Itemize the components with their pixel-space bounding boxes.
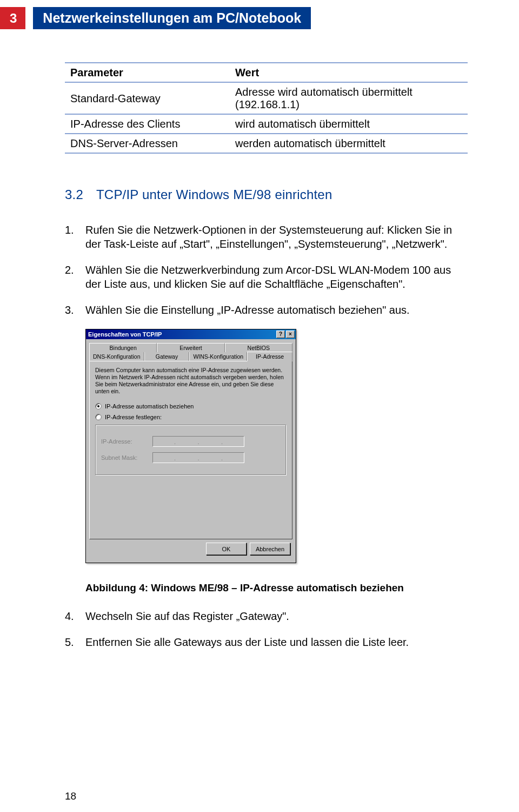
steps-list: 1.Rufen Sie die Netzwerk-Optionen in der… — [65, 223, 468, 317]
list-item: 5.Entfernen Sie alle Gateways aus der Li… — [65, 635, 468, 649]
cancel-button[interactable]: Abbrechen — [250, 543, 290, 555]
list-item: 4.Wechseln Sie auf das Register „Gateway… — [65, 609, 468, 623]
table-row: IP-Adresse des Clients wird automatisch … — [65, 114, 468, 134]
ip-address-row: IP-Adresse: . . . — [101, 436, 281, 447]
close-button[interactable]: × — [286, 331, 295, 338]
radio-icon — [95, 414, 102, 420]
tab-gateway[interactable]: Gateway — [144, 352, 190, 361]
tab-wins[interactable]: WINS-Konfiguration — [189, 352, 247, 361]
cell-value: werden automatisch übermittelt — [230, 134, 468, 153]
tab-strip: Bindungen Erweitert NetBIOS DNS-Konfigur… — [89, 342, 292, 361]
cell-param: IP-Adresse des Clients — [65, 114, 230, 134]
section-title: TCP/IP unter Windows ME/98 einrichten — [96, 187, 332, 202]
chapter-title: Netzwerkeinstellungen am PC/Notebook — [33, 7, 311, 29]
radio-fixed-ip[interactable]: IP-Adresse festlegen: — [95, 414, 287, 420]
step-text: Wechseln Sie auf das Register „Gateway". — [85, 609, 289, 623]
ip-address-label: IP-Adresse: — [101, 438, 147, 445]
radio-icon — [95, 403, 102, 410]
cell-value: Adresse wird automatisch übermittelt (19… — [230, 82, 468, 114]
step-text: Rufen Sie die Netzwerk-Optionen in der S… — [85, 223, 468, 251]
dialog-body: Bindungen Erweitert NetBIOS DNS-Konfigur… — [86, 339, 296, 563]
tab-row-back: Bindungen Erweitert NetBIOS — [89, 342, 292, 352]
step-number: 1. — [65, 223, 85, 251]
dialog-button-row: OK Abbrechen — [89, 539, 292, 559]
radio-auto-ip[interactable]: IP-Adresse automatisch beziehen — [95, 403, 287, 410]
list-item: 3.Wählen Sie die Einstellung „IP-Adresse… — [65, 303, 468, 317]
figure-caption: Abbildung 4: Windows ME/98 – IP-Adresse … — [85, 582, 468, 594]
cell-param: DNS-Server-Adressen — [65, 134, 230, 153]
step-number: 5. — [65, 635, 85, 649]
parameter-table: Parameter Wert Standard-Gateway Adresse … — [65, 62, 468, 154]
chapter-number-badge: 3 — [0, 7, 25, 29]
list-item: 1.Rufen Sie die Netzwerk-Optionen in der… — [65, 223, 468, 251]
dialog-title: Eigenschaften von TCP/IP — [88, 331, 162, 338]
step-text: Entfernen Sie alle Gateways aus der List… — [85, 635, 409, 649]
chapter-header: 3 Netzwerkeinstellungen am PC/Notebook — [0, 7, 311, 29]
step-text: Wählen Sie die Netzwerkverbindung zum Ar… — [85, 263, 468, 291]
tab-panel-ip: Diesem Computer kann automatisch eine IP… — [89, 361, 292, 539]
ip-address-field[interactable]: . . . — [152, 436, 244, 447]
dialog-titlebar: Eigenschaften von TCP/IP ? × — [86, 329, 296, 339]
steps-list-continued: 4.Wechseln Sie auf das Register „Gateway… — [65, 609, 468, 649]
ok-button[interactable]: OK — [206, 543, 247, 555]
help-button[interactable]: ? — [276, 331, 285, 338]
subnet-row: Subnet Mask: . . . — [101, 452, 281, 463]
table-header-row: Parameter Wert — [65, 63, 468, 82]
page-content: Parameter Wert Standard-Gateway Adresse … — [65, 62, 468, 661]
cell-value: wird automatisch übermittelt — [230, 114, 468, 134]
dialog-description: Diesem Computer kann automatisch eine IP… — [95, 367, 287, 395]
tcpip-properties-dialog: Eigenschaften von TCP/IP ? × Bindungen E… — [85, 329, 296, 563]
table-row: DNS-Server-Adressen werden automatisch ü… — [65, 134, 468, 153]
subnet-field[interactable]: . . . — [152, 452, 244, 463]
col-header-parameter: Parameter — [65, 63, 230, 82]
list-item: 2.Wählen Sie die Netzwerkverbindung zum … — [65, 263, 468, 291]
radio-label: IP-Adresse festlegen: — [105, 414, 162, 420]
tab-bindungen[interactable]: Bindungen — [89, 343, 157, 352]
subnet-label: Subnet Mask: — [101, 454, 147, 461]
section-heading: 3.2TCP/IP unter Windows ME/98 einrichten — [65, 187, 468, 202]
tab-ipadresse[interactable]: IP-Adresse — [247, 352, 292, 361]
tab-row-front: DNS-Konfiguration Gateway WINS-Konfigura… — [89, 352, 292, 361]
tab-netbios[interactable]: NetBIOS — [225, 343, 292, 352]
ip-group: IP-Adresse: . . . Subnet Mask: . . — [95, 425, 287, 476]
step-number: 4. — [65, 609, 85, 623]
tab-erweitert[interactable]: Erweitert — [157, 343, 224, 352]
table-row: Standard-Gateway Adresse wird automatisc… — [65, 82, 468, 114]
step-number: 3. — [65, 303, 85, 317]
cell-param: Standard-Gateway — [65, 82, 230, 114]
step-number: 2. — [65, 263, 85, 291]
col-header-value: Wert — [230, 63, 468, 82]
section-number: 3.2 — [65, 187, 96, 202]
radio-label: IP-Adresse automatisch beziehen — [105, 403, 194, 410]
page-number: 18 — [65, 790, 76, 802]
step-text: Wählen Sie die Einstellung „IP-Adresse a… — [85, 303, 410, 317]
tab-dns[interactable]: DNS-Konfiguration — [89, 352, 144, 361]
